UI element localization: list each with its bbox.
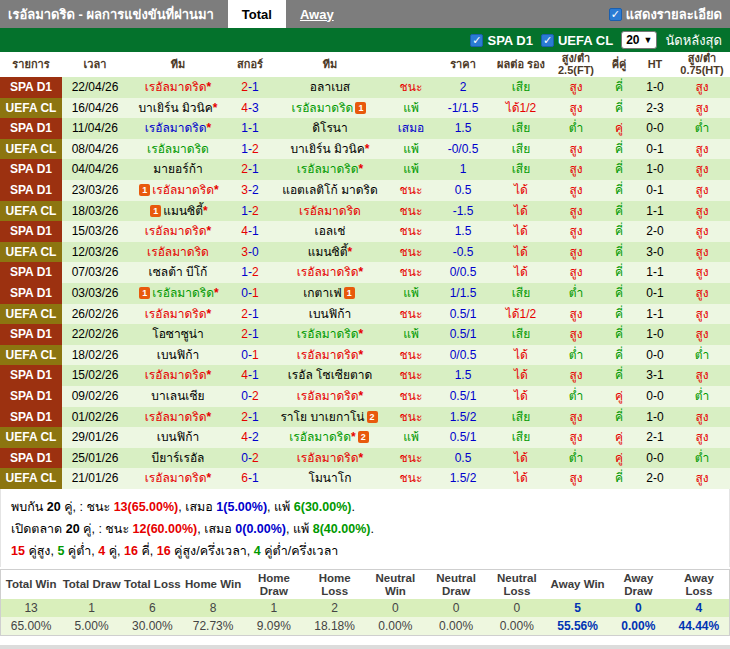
handicap-result: ชนะ	[388, 242, 434, 263]
team-name[interactable]: แอตเลติโก้ มาดริด	[282, 183, 378, 197]
over-under-ft: ต่ำ	[550, 283, 602, 304]
team-name[interactable]: โมนาโก	[308, 471, 351, 485]
team-name[interactable]: เรอัลมาดริด	[289, 430, 351, 444]
odd-even: คู่	[602, 427, 636, 448]
score-cell: 4-1	[228, 365, 272, 386]
team-name[interactable]: เอลเช่	[315, 224, 346, 238]
checkbox-checked-icon[interactable]: ✓	[541, 34, 554, 47]
team-name[interactable]: แมนซิตี้	[308, 245, 348, 259]
team-name[interactable]: เรอัลมาดริด	[299, 204, 361, 218]
team-name[interactable]: เรอัลมาดริด	[292, 101, 354, 115]
team-name[interactable]: บาเลนเซีย	[151, 389, 204, 403]
team-name[interactable]: มายอร์ก้า	[153, 162, 202, 176]
league-badge[interactable]: SPA D1	[0, 386, 62, 407]
over-under-ht: สูง	[674, 77, 730, 98]
team-name[interactable]: เรอัลมาดริด	[145, 121, 207, 135]
ht-score: 1-1	[636, 262, 674, 283]
team-name[interactable]: เรอัลมาดริด	[145, 80, 207, 94]
stats-column-header: Home Win	[183, 569, 244, 599]
team-name[interactable]: เรอัลมาดริด	[297, 327, 359, 341]
team-name[interactable]: เรอัลมาดริด	[147, 142, 209, 156]
team-name[interactable]: บียาร์เรอัล	[152, 451, 205, 465]
league-badge[interactable]: SPA D1	[0, 118, 62, 139]
league-badge[interactable]: UEFA CL	[0, 98, 62, 119]
stats-percents-row: 65.00%5.00%30.00%72.73%9.09%18.18%0.00%0…	[1, 617, 730, 636]
over-under-ht: สูง	[674, 407, 730, 428]
team-name[interactable]: เบนฟิก้า	[309, 307, 351, 321]
league-badge[interactable]: SPA D1	[0, 365, 62, 386]
stats-percent: 44.44%	[669, 617, 730, 636]
checkbox-checked-icon[interactable]: ✓	[470, 34, 483, 47]
summary-segment: 16	[124, 544, 138, 558]
home-asterisk: *	[365, 142, 370, 156]
team-name[interactable]: เรอัลมาดริด	[297, 162, 359, 176]
away-score: 1	[252, 307, 259, 321]
summary-segment: 12(60.00%)	[133, 522, 198, 536]
team-name[interactable]: ราโย บาเยกาโน่	[280, 410, 364, 424]
team-name[interactable]: โอซาซูน่า	[152, 327, 204, 341]
checkbox-checked-icon[interactable]: ✓	[609, 8, 622, 21]
summary-segment: , เสมอ	[178, 500, 216, 514]
team-name[interactable]: อลาเบส	[310, 80, 350, 94]
league-badge[interactable]: SPA D1	[0, 324, 62, 345]
odd-even: คี่	[602, 139, 636, 160]
filter-uefa-cl[interactable]: ✓ UEFA CL	[541, 33, 613, 48]
team-name[interactable]: เรอัลมาดริด	[145, 368, 207, 382]
league-badge[interactable]: UEFA CL	[0, 139, 62, 160]
league-badge[interactable]: UEFA CL	[0, 201, 62, 222]
league-badge[interactable]: SPA D1	[0, 407, 62, 428]
team-name[interactable]: เรอัลมาดริด	[145, 471, 207, 485]
team-name[interactable]: แมนซิตี้	[163, 204, 203, 218]
team-name[interactable]: เรอัลมาดริด	[152, 183, 214, 197]
team-name[interactable]: เบนฟิก้า	[157, 430, 199, 444]
team-name[interactable]: เรอัลมาดริด	[297, 265, 359, 279]
score-cell: 1-2	[228, 201, 272, 222]
odd-even: คี่	[602, 345, 636, 366]
team-name[interactable]: เรอัลมาดริด	[145, 307, 207, 321]
team-name[interactable]: เรอัลมาดริด	[297, 451, 359, 465]
give-take-result: ได้	[492, 365, 550, 386]
league-badge[interactable]: SPA D1	[0, 159, 62, 180]
league-badge[interactable]: SPA D1	[0, 180, 62, 201]
team-name[interactable]: เรอัล โซเซียตาด	[288, 368, 373, 382]
league-badge[interactable]: UEFA CL	[0, 242, 62, 263]
team-name[interactable]: ดิโรนา	[312, 121, 348, 135]
league-badge[interactable]: SPA D1	[0, 448, 62, 469]
show-details-toggle[interactable]: ✓ แสดงรายละเอียด	[609, 4, 730, 25]
team-name[interactable]: เรอัลมาดริด	[297, 389, 359, 403]
match-row: SPA D111/04/26เรอัลมาดริด*1-1ดิโรนาเสมอ1…	[0, 118, 730, 139]
league-badge[interactable]: SPA D1	[0, 221, 62, 242]
over-under-ht: สูง	[674, 427, 730, 448]
summary-segment: คี่,	[138, 544, 157, 558]
team-name[interactable]: เบนฟิก้า	[157, 348, 199, 362]
handicap-result: เสมอ	[388, 118, 434, 139]
team-name[interactable]: เรอัลมาดริด	[145, 224, 207, 238]
league-badge[interactable]: UEFA CL	[0, 304, 62, 325]
team-name[interactable]: บาเยิร์น มิวนิค	[290, 142, 364, 156]
team-name[interactable]: เกตาเฟ่	[303, 286, 342, 300]
league-badge[interactable]: SPA D1	[0, 262, 62, 283]
match-count-select[interactable]: 20 ▼	[621, 31, 657, 49]
team-name[interactable]: บาเยิร์น มิวนิค	[138, 101, 212, 115]
league-badge[interactable]: UEFA CL	[0, 345, 62, 366]
over-under-ft: สูง	[550, 324, 602, 345]
match-row: SPA D109/02/26บาเลนเซีย0-2เรอัลมาดริด*ชน…	[0, 386, 730, 407]
league-badge[interactable]: UEFA CL	[0, 468, 62, 489]
league-badge[interactable]: SPA D1	[0, 283, 62, 304]
red-card-icon: 2	[367, 411, 378, 423]
tab-away[interactable]: Away	[286, 0, 348, 28]
team-name[interactable]: เรอัลมาดริด	[297, 348, 359, 362]
team-name[interactable]: เรอัลมาดริด	[152, 286, 214, 300]
over-under-ht: สูง	[674, 304, 730, 325]
team-name[interactable]: เรอัลมาดริด	[145, 410, 207, 424]
summary-segment: คู่, : ชนะ	[80, 522, 133, 536]
team-name[interactable]: เซลต้า บีโก้	[149, 265, 208, 279]
over-under-ft: สูง	[550, 468, 602, 489]
league-badge[interactable]: SPA D1	[0, 77, 62, 98]
score-cell: 2-1	[228, 304, 272, 325]
handicap-price: 0.5	[434, 180, 492, 201]
filter-spa-d1[interactable]: ✓ SPA D1	[470, 33, 533, 48]
league-badge[interactable]: UEFA CL	[0, 427, 62, 448]
tab-total[interactable]: Total	[228, 0, 286, 28]
team-name[interactable]: เรอัลมาดริด	[147, 245, 209, 259]
